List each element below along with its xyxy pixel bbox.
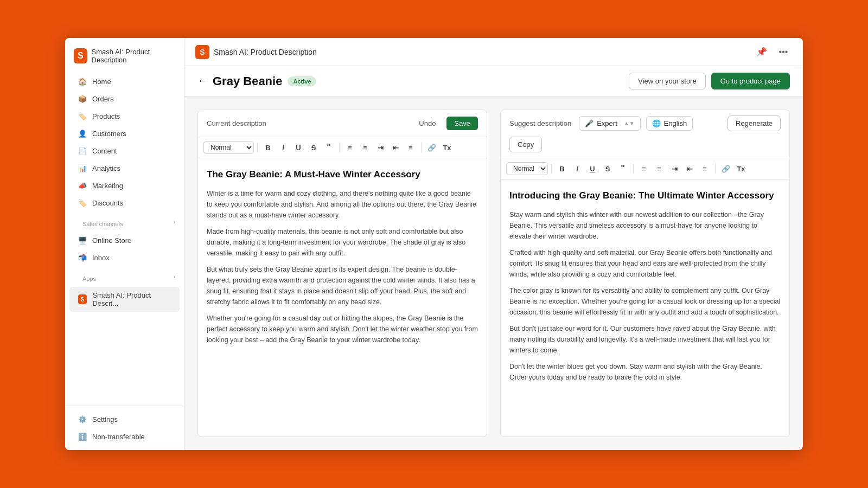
- editor-panel-label: Current description: [207, 119, 266, 127]
- non-transferable-label: Non-transferable: [92, 433, 145, 441]
- regenerate-button[interactable]: Regenerate: [727, 115, 781, 131]
- goto-product-button[interactable]: Go to product page: [711, 73, 790, 89]
- toolbar-divider-3: [421, 143, 422, 152]
- suggest-italic-button[interactable]: I: [570, 162, 584, 176]
- suggest-para-4: But don't just take our word for it. Our…: [509, 323, 781, 356]
- suggest-underline-button[interactable]: U: [585, 162, 599, 176]
- italic-button[interactable]: I: [276, 140, 290, 155]
- current-description-panel: Current description Undo Save Normal Hea…: [197, 110, 487, 437]
- sidebar-item-discounts[interactable]: 🏷️ Discounts: [69, 195, 180, 211]
- view-on-store-button[interactable]: View on your store: [629, 73, 705, 89]
- globe-icon: 🌐: [652, 119, 661, 127]
- sidebar-item-orders[interactable]: 📦 Orders: [69, 91, 180, 107]
- save-button[interactable]: Save: [446, 117, 478, 130]
- suggest-outdent-button[interactable]: ⇤: [682, 162, 697, 176]
- editor-para-2: Made from high-quality materials, this b…: [207, 226, 478, 259]
- suggest-align-button[interactable]: ≡: [698, 162, 712, 176]
- link-button[interactable]: 🔗: [425, 140, 439, 155]
- smash-logo-icon: S: [74, 48, 87, 63]
- discounts-icon: 🏷️: [78, 199, 87, 207]
- editor-body[interactable]: The Gray Beanie: A Must-Have Winter Acce…: [198, 158, 487, 436]
- content-icon: 📄: [78, 147, 87, 155]
- outdent-button[interactable]: ⇤: [388, 140, 403, 155]
- sidebar-item-settings[interactable]: ⚙️ Settings: [69, 411, 180, 428]
- sidebar-item-non-transferable[interactable]: ℹ️ Non-transferable: [69, 428, 180, 445]
- app-title-topbar: Smash AI: Product Description: [214, 48, 317, 56]
- sidebar-item-label: Content: [92, 147, 117, 155]
- sidebar-item-marketing[interactable]: 📣 Marketing: [69, 177, 180, 194]
- apps-section: Apps ›: [65, 267, 184, 286]
- mic-icon: 🎤: [585, 119, 593, 127]
- underline-button[interactable]: U: [291, 140, 305, 155]
- apps-chevron: ›: [174, 274, 175, 280]
- orders-icon: 📦: [78, 95, 87, 103]
- sidebar-item-label: Products: [92, 112, 120, 120]
- suggest-bold-button[interactable]: B: [555, 162, 569, 176]
- copy-button[interactable]: Copy: [509, 137, 542, 152]
- sidebar-item-smash-ai[interactable]: S Smash AI: Product Descri...: [69, 287, 180, 312]
- top-bar: S Smash AI: Product Description 📌 •••: [184, 38, 803, 66]
- sidebar-item-content[interactable]: 📄 Content: [69, 143, 180, 159]
- suggest-bullet-list-button[interactable]: ≡: [652, 162, 666, 176]
- suggest-para-2: Crafted with high-quality and soft mater…: [509, 247, 781, 280]
- suggest-clear-format-button[interactable]: Tx: [734, 162, 748, 176]
- suggest-title: Introducing the Gray Beanie: The Ultimat…: [509, 188, 781, 203]
- bullet-list-button[interactable]: ≡: [358, 140, 372, 155]
- language-select[interactable]: 🌐 English: [646, 116, 693, 131]
- sidebar-item-customers[interactable]: 👤 Customers: [69, 125, 180, 142]
- more-options-button[interactable]: •••: [775, 43, 792, 61]
- sidebar-item-label: Home: [92, 78, 111, 86]
- editor-header-actions: Undo Save: [412, 117, 478, 130]
- tone-select[interactable]: 🎤 Expert ▲▼: [579, 116, 640, 131]
- format-select[interactable]: Normal Heading 1 Heading 2 Heading 3: [203, 141, 254, 154]
- editor-header: Current description Undo Save: [198, 110, 487, 137]
- sidebar-item-inbox[interactable]: 📬 Inbox: [69, 249, 180, 266]
- app-window: S Smash AI: Product Description 🏠 Home 📦…: [65, 38, 803, 450]
- suggest-header: Suggest description 🎤 Expert ▲▼ 🌐 Englis…: [501, 110, 789, 158]
- suggest-para-1: Stay warm and stylish this winter with o…: [509, 209, 781, 242]
- strikethrough-button[interactable]: S: [307, 140, 321, 155]
- suggest-indent-button[interactable]: ⇥: [667, 162, 681, 176]
- sidebar: S Smash AI: Product Description 🏠 Home 📦…: [65, 38, 184, 450]
- top-bar-logo: S: [195, 45, 209, 59]
- apps-label: Apps: [74, 269, 105, 284]
- page-header-actions: View on your store Go to product page: [629, 73, 790, 89]
- sidebar-item-label: Discounts: [92, 199, 123, 207]
- toolbar-divider-2: [339, 143, 340, 152]
- back-arrow[interactable]: ←: [197, 75, 207, 87]
- language-value: English: [664, 119, 687, 127]
- toolbar-divider-1: [257, 143, 258, 152]
- page-header-left: ← Gray Beanie Active: [197, 74, 316, 88]
- suggest-link-button[interactable]: 🔗: [719, 162, 733, 176]
- quote-button[interactable]: ": [322, 140, 336, 155]
- pin-button[interactable]: 📌: [753, 43, 770, 61]
- suggest-quote-button[interactable]: ": [616, 162, 630, 176]
- smash-ai-icon: S: [78, 294, 87, 304]
- clear-format-button[interactable]: Tx: [440, 140, 454, 155]
- sales-channels-section: Sales channels ›: [65, 212, 184, 232]
- align-button[interactable]: ≡: [404, 140, 418, 155]
- indent-button[interactable]: ⇥: [373, 140, 387, 155]
- sidebar-item-analytics[interactable]: 📊 Analytics: [69, 160, 180, 177]
- ordered-list-button[interactable]: ≡: [343, 140, 357, 155]
- sidebar-item-label: Orders: [92, 95, 114, 103]
- sidebar-item-home[interactable]: 🏠 Home: [69, 73, 180, 90]
- sidebar-logo: S Smash AI: Product Description: [65, 38, 184, 70]
- sidebar-item-label: Customers: [92, 130, 126, 138]
- undo-button[interactable]: Undo: [412, 117, 442, 130]
- main-content: S Smash AI: Product Description 📌 ••• ← …: [184, 38, 803, 450]
- suggest-ordered-list-button[interactable]: ≡: [637, 162, 651, 176]
- suggest-format-select[interactable]: Normal: [506, 162, 548, 175]
- bold-button[interactable]: B: [261, 140, 275, 155]
- sidebar-item-label: Smash AI: Product Descri...: [92, 291, 171, 307]
- sales-channels-label: Sales channels: [74, 214, 132, 229]
- sales-channels-chevron: ›: [174, 219, 175, 225]
- editor-para-3: But what truly sets the Gray Beanie apar…: [207, 264, 478, 307]
- sidebar-item-label: Online Store: [92, 236, 131, 245]
- editor-toolbar: Normal Heading 1 Heading 2 Heading 3 B I…: [198, 137, 487, 158]
- sidebar-item-products[interactable]: 🏷️ Products: [69, 108, 180, 125]
- suggest-strike-button[interactable]: S: [601, 162, 615, 176]
- sidebar-item-online-store[interactable]: 🖥️ Online Store: [69, 232, 180, 249]
- tone-chevron-icon: ▲▼: [624, 120, 635, 126]
- sidebar-item-label: Analytics: [92, 164, 120, 172]
